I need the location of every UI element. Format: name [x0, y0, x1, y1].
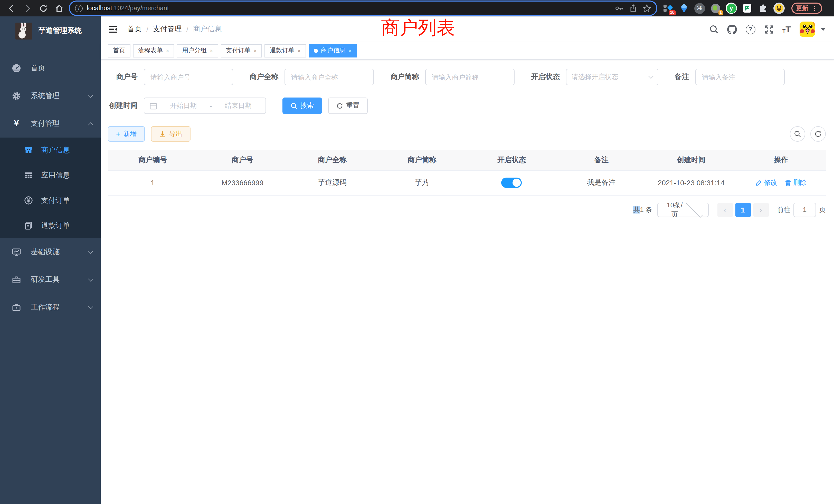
sidebar-item-dev-tools[interactable]: 研发工具	[0, 266, 101, 294]
remark-input[interactable]	[695, 69, 785, 85]
goto-suffix: 页	[819, 205, 826, 214]
chevron-down-icon	[88, 276, 93, 281]
profile-avatar-icon[interactable]	[773, 3, 785, 14]
toggle-search-button[interactable]	[790, 126, 805, 142]
avatar-dropdown-caret[interactable]	[821, 28, 826, 31]
sidebar-item-home[interactable]: 首页	[0, 54, 101, 82]
browser-update-button[interactable]: 更新 ⋮	[791, 3, 822, 14]
page-size-select[interactable]: 10条/页	[657, 203, 709, 217]
page-1-button[interactable]: 1	[735, 203, 750, 217]
forward-icon[interactable]	[23, 4, 32, 13]
breadcrumb-home[interactable]: 首页	[127, 25, 142, 34]
goto-page-input[interactable]	[793, 203, 816, 217]
cell-merchant-no: M233666999	[198, 170, 288, 195]
extension-badge: 10	[668, 10, 676, 16]
notes-extension-icon[interactable]	[742, 3, 753, 14]
sidebar-item-system[interactable]: 系统管理	[0, 82, 101, 110]
tab-home[interactable]: 首页	[108, 44, 130, 57]
tab-user-group[interactable]: 用户分组×	[177, 44, 218, 57]
cell-status	[467, 170, 557, 195]
add-button[interactable]: + 新增	[108, 126, 145, 142]
search-button[interactable]: 搜索	[282, 97, 322, 114]
status-label: 开启状态	[531, 72, 560, 82]
col-merchant-no: 商户号	[198, 150, 288, 170]
tab-pay-order[interactable]: 支付订单×	[221, 44, 262, 57]
edit-link[interactable]: 修改	[755, 178, 777, 187]
browser-menu-icon[interactable]: ⋮	[811, 5, 817, 12]
tabs-bar: 首页 流程表单× 用户分组× 支付订单× 退款订单× 商户信息×	[101, 42, 834, 60]
close-icon[interactable]: ×	[254, 47, 257, 54]
breadcrumb-payment[interactable]: 支付管理	[153, 25, 182, 34]
sidebar-collapse-icon[interactable]	[108, 25, 118, 34]
refresh-table-button[interactable]	[810, 126, 826, 142]
vault-extension-icon[interactable]: 10	[662, 3, 674, 14]
close-icon[interactable]: ×	[298, 47, 301, 54]
share-icon[interactable]	[629, 4, 637, 13]
y-extension-icon[interactable]: y	[726, 3, 737, 14]
user-avatar[interactable]	[799, 22, 815, 37]
close-icon[interactable]: ×	[166, 47, 169, 54]
password-key-icon[interactable]	[615, 4, 623, 13]
export-button[interactable]: 导出	[151, 126, 191, 142]
close-icon[interactable]: ×	[210, 47, 213, 54]
sidebar-item-pay-order[interactable]: 支付订单	[0, 188, 101, 213]
browser-extensions: 10 ⌘ 1 y 更新	[662, 3, 822, 14]
date-end-placeholder[interactable]: 结束日期	[216, 101, 260, 110]
full-name-input[interactable]	[285, 69, 374, 85]
bookmark-star-icon[interactable]	[642, 4, 651, 13]
search-icon[interactable]	[709, 25, 718, 34]
home-icon[interactable]	[55, 4, 64, 13]
font-size-icon[interactable]: TT	[783, 25, 791, 33]
shortcut-extension-icon[interactable]: ⌘	[694, 3, 705, 14]
session-extension-icon[interactable]: 1	[710, 3, 721, 14]
merchant-no-input[interactable]	[144, 69, 233, 85]
delete-link[interactable]: 删除	[785, 178, 807, 187]
reset-button[interactable]: 重置	[328, 97, 368, 114]
sidebar-item-workflow[interactable]: 工作流程	[0, 294, 101, 321]
search-icon	[291, 102, 297, 109]
puzzle-extensions-icon[interactable]	[758, 3, 769, 14]
cell-merchant-id: 1	[108, 170, 198, 195]
chevron-down-icon	[88, 304, 93, 309]
calendar-icon	[150, 102, 157, 110]
github-icon[interactable]	[727, 24, 737, 34]
next-page-button[interactable]: ›	[753, 203, 769, 217]
remark-label: 备注	[675, 72, 689, 82]
site-info-icon[interactable]: i	[75, 4, 83, 12]
url-path: :1024/pay/merchant	[112, 5, 169, 12]
tab-refund-order[interactable]: 退款订单×	[265, 44, 306, 57]
col-short-name: 商户简称	[377, 150, 467, 170]
prev-page-button[interactable]: ‹	[717, 203, 732, 217]
cell-short-name: 芋艿	[377, 170, 467, 195]
sidebar-item-infrastructure[interactable]: 基础设施	[0, 238, 101, 266]
monitor-chart-icon	[10, 247, 23, 257]
status-select[interactable]: 请选择开启状态	[566, 69, 658, 85]
cell-actions: 修改 删除	[736, 170, 826, 195]
back-icon[interactable]	[7, 4, 16, 13]
chevron-down-icon	[686, 201, 702, 217]
app-title: 芋道管理系统	[39, 26, 82, 36]
sidebar-item-app-info[interactable]: 应用信息	[0, 163, 101, 188]
date-start-placeholder[interactable]: 开始日期	[161, 101, 206, 110]
payment-submenu: 商户信息 应用信息 支付订单	[0, 138, 101, 238]
refresh-icon	[814, 130, 822, 138]
balloon-extension-icon[interactable]	[678, 3, 690, 14]
sidebar-item-refund-order[interactable]: 退款订单	[0, 213, 101, 238]
url-bar[interactable]: i localhost :1024/pay/merchant	[70, 2, 656, 15]
status-toggle[interactable]	[502, 178, 522, 188]
col-merchant-id: 商户编号	[108, 150, 198, 170]
short-name-input[interactable]	[425, 69, 514, 85]
store-icon	[23, 146, 34, 155]
help-icon[interactable]: ?	[745, 24, 755, 34]
tab-merchant-info[interactable]: 商户信息×	[309, 44, 357, 57]
chevron-down-icon	[649, 74, 654, 79]
tab-process-form[interactable]: 流程表单×	[133, 44, 174, 57]
fullscreen-icon[interactable]	[764, 24, 774, 34]
close-icon[interactable]: ×	[349, 47, 352, 54]
sidebar-item-payment[interactable]: ¥ 支付管理	[0, 110, 101, 138]
sidebar-item-merchant-info[interactable]: 商户信息	[0, 138, 101, 163]
date-range-input[interactable]: 开始日期 - 结束日期	[144, 97, 266, 114]
reload-icon[interactable]	[39, 4, 48, 13]
plus-icon: +	[116, 130, 120, 138]
yen-icon: ¥	[10, 118, 23, 129]
